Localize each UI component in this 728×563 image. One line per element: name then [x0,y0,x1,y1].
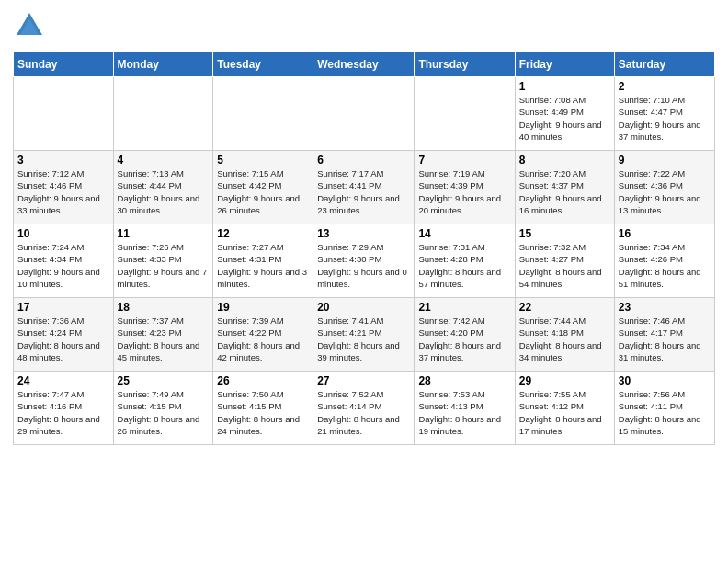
day-number: 2 [619,80,711,93]
day-detail: Sunrise: 7:17 AMSunset: 4:41 PMDaylight:… [317,167,410,216]
day-number: 8 [519,154,610,167]
day-cell: 11Sunrise: 7:26 AMSunset: 4:33 PMDayligh… [113,224,213,298]
week-row-4: 17Sunrise: 7:36 AMSunset: 4:24 PMDayligh… [14,298,715,372]
day-detail: Sunrise: 7:37 AMSunset: 4:23 PMDaylight:… [118,315,210,363]
day-number: 10 [17,227,109,240]
day-cell: 8Sunrise: 7:20 AMSunset: 4:37 PMDaylight… [515,151,614,224]
day-cell: 28Sunrise: 7:53 AMSunset: 4:13 PMDayligh… [415,372,515,445]
day-detail: Sunrise: 7:22 AMSunset: 4:36 PMDaylight:… [619,167,711,216]
day-cell: 30Sunrise: 7:56 AMSunset: 4:11 PMDayligh… [614,372,714,445]
day-detail: Sunrise: 7:47 AMSunset: 4:16 PMDaylight:… [17,388,109,437]
day-cell: 14Sunrise: 7:31 AMSunset: 4:28 PMDayligh… [415,224,515,298]
week-row-1: 1Sunrise: 7:08 AMSunset: 4:49 PMDaylight… [14,77,715,151]
day-number: 14 [418,227,510,240]
day-number: 18 [118,301,210,314]
day-cell [415,77,515,151]
day-cell: 23Sunrise: 7:46 AMSunset: 4:17 PMDayligh… [614,298,714,372]
logo [13,9,50,46]
day-detail: Sunrise: 7:27 AMSunset: 4:31 PMDaylight:… [217,241,309,290]
day-number: 16 [619,227,711,240]
day-detail: Sunrise: 7:13 AMSunset: 4:44 PMDaylight:… [118,167,210,216]
day-number: 30 [619,374,711,387]
day-detail: Sunrise: 7:44 AMSunset: 4:18 PMDaylight:… [519,315,610,363]
day-cell [313,77,415,151]
day-number: 28 [418,374,510,387]
col-header-tuesday: Tuesday [213,52,313,77]
day-detail: Sunrise: 7:34 AMSunset: 4:26 PMDaylight:… [619,241,711,290]
week-row-2: 3Sunrise: 7:12 AMSunset: 4:46 PMDaylight… [14,151,715,224]
day-detail: Sunrise: 7:55 AMSunset: 4:12 PMDaylight:… [519,388,610,437]
day-cell: 7Sunrise: 7:19 AMSunset: 4:39 PMDaylight… [415,151,515,224]
day-detail: Sunrise: 7:32 AMSunset: 4:27 PMDaylight:… [519,241,610,290]
header-row: SundayMondayTuesdayWednesdayThursdayFrid… [14,52,715,77]
calendar-body: 1Sunrise: 7:08 AMSunset: 4:49 PMDaylight… [14,77,715,445]
day-detail: Sunrise: 7:26 AMSunset: 4:33 PMDaylight:… [118,241,210,290]
day-number: 23 [619,301,711,314]
day-number: 13 [317,227,410,240]
day-cell: 10Sunrise: 7:24 AMSunset: 4:34 PMDayligh… [14,224,114,298]
week-row-5: 24Sunrise: 7:47 AMSunset: 4:16 PMDayligh… [14,372,715,445]
calendar-header: SundayMondayTuesdayWednesdayThursdayFrid… [14,52,715,77]
day-number: 7 [418,154,510,167]
day-number: 11 [118,227,210,240]
day-cell: 17Sunrise: 7:36 AMSunset: 4:24 PMDayligh… [14,298,114,372]
logo-icon [13,9,46,46]
day-cell [14,77,114,151]
day-cell: 27Sunrise: 7:52 AMSunset: 4:14 PMDayligh… [313,372,415,445]
page-container: SundayMondayTuesdayWednesdayThursdayFrid… [0,0,728,454]
day-detail: Sunrise: 7:19 AMSunset: 4:39 PMDaylight:… [418,167,510,216]
day-number: 4 [118,154,210,167]
day-detail: Sunrise: 7:20 AMSunset: 4:37 PMDaylight:… [519,167,610,216]
day-number: 1 [519,80,610,93]
col-header-saturday: Saturday [614,52,714,77]
day-cell: 16Sunrise: 7:34 AMSunset: 4:26 PMDayligh… [614,224,714,298]
day-cell: 29Sunrise: 7:55 AMSunset: 4:12 PMDayligh… [515,372,614,445]
day-number: 26 [217,374,309,387]
day-cell: 1Sunrise: 7:08 AMSunset: 4:49 PMDaylight… [515,77,614,151]
day-number: 9 [619,154,711,167]
day-cell: 19Sunrise: 7:39 AMSunset: 4:22 PMDayligh… [213,298,313,372]
day-detail: Sunrise: 7:39 AMSunset: 4:22 PMDaylight:… [217,315,309,363]
day-number: 22 [519,301,610,314]
day-number: 25 [118,374,210,387]
day-detail: Sunrise: 7:29 AMSunset: 4:30 PMDaylight:… [317,241,410,290]
day-cell: 22Sunrise: 7:44 AMSunset: 4:18 PMDayligh… [515,298,614,372]
day-cell: 18Sunrise: 7:37 AMSunset: 4:23 PMDayligh… [113,298,213,372]
day-cell: 3Sunrise: 7:12 AMSunset: 4:46 PMDaylight… [14,151,114,224]
day-cell: 26Sunrise: 7:50 AMSunset: 4:15 PMDayligh… [213,372,313,445]
day-detail: Sunrise: 7:49 AMSunset: 4:15 PMDaylight:… [118,388,210,437]
day-detail: Sunrise: 7:46 AMSunset: 4:17 PMDaylight:… [619,315,711,363]
day-detail: Sunrise: 7:12 AMSunset: 4:46 PMDaylight:… [17,167,109,216]
day-number: 29 [519,374,610,387]
day-detail: Sunrise: 7:42 AMSunset: 4:20 PMDaylight:… [418,315,510,363]
day-cell: 6Sunrise: 7:17 AMSunset: 4:41 PMDaylight… [313,151,415,224]
day-cell: 13Sunrise: 7:29 AMSunset: 4:30 PMDayligh… [313,224,415,298]
day-cell: 24Sunrise: 7:47 AMSunset: 4:16 PMDayligh… [14,372,114,445]
day-cell: 9Sunrise: 7:22 AMSunset: 4:36 PMDaylight… [614,151,714,224]
col-header-thursday: Thursday [415,52,515,77]
col-header-wednesday: Wednesday [313,52,415,77]
day-detail: Sunrise: 7:24 AMSunset: 4:34 PMDaylight:… [17,241,109,290]
day-cell: 15Sunrise: 7:32 AMSunset: 4:27 PMDayligh… [515,224,614,298]
day-number: 20 [317,301,410,314]
day-cell [213,77,313,151]
day-detail: Sunrise: 7:08 AMSunset: 4:49 PMDaylight:… [519,94,610,143]
day-detail: Sunrise: 7:52 AMSunset: 4:14 PMDaylight:… [317,388,410,437]
day-number: 24 [17,374,109,387]
day-detail: Sunrise: 7:36 AMSunset: 4:24 PMDaylight:… [17,315,109,363]
day-detail: Sunrise: 7:41 AMSunset: 4:21 PMDaylight:… [317,315,410,363]
day-detail: Sunrise: 7:10 AMSunset: 4:47 PMDaylight:… [619,94,711,143]
header [13,9,715,46]
day-cell: 5Sunrise: 7:15 AMSunset: 4:42 PMDaylight… [213,151,313,224]
day-number: 27 [317,374,410,387]
day-cell: 20Sunrise: 7:41 AMSunset: 4:21 PMDayligh… [313,298,415,372]
day-number: 3 [17,154,109,167]
col-header-sunday: Sunday [14,52,114,77]
day-detail: Sunrise: 7:56 AMSunset: 4:11 PMDaylight:… [619,388,711,437]
day-number: 15 [519,227,610,240]
day-number: 12 [217,227,309,240]
day-number: 21 [418,301,510,314]
col-header-monday: Monday [113,52,213,77]
day-cell: 12Sunrise: 7:27 AMSunset: 4:31 PMDayligh… [213,224,313,298]
day-cell: 2Sunrise: 7:10 AMSunset: 4:47 PMDaylight… [614,77,714,151]
